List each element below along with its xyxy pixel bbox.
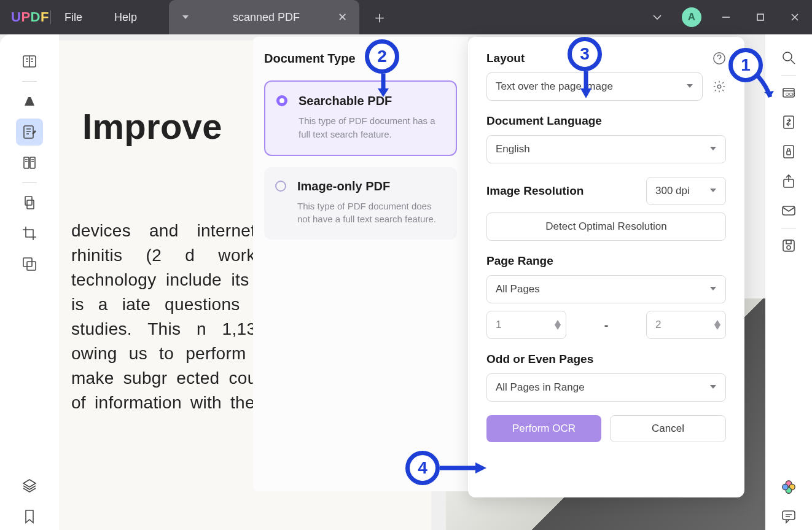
language-dropdown[interactable]: English xyxy=(486,135,726,163)
titlebar: UPDF File Help scanned PDF ✕ ＋ A xyxy=(0,0,812,34)
new-tab-button[interactable]: ＋ xyxy=(372,7,388,28)
layout-value: Text over the page image xyxy=(496,80,613,93)
document-type-heading: Document Type xyxy=(264,52,457,66)
svg-rect-5 xyxy=(25,197,32,205)
resolution-dropdown[interactable]: 300 dpi xyxy=(646,177,726,205)
ocr-document-type-panel: Document Type Searchable PDF This type o… xyxy=(253,37,468,491)
option-desc: This type of PDF document does not have … xyxy=(297,200,445,227)
svg-rect-16 xyxy=(783,206,795,215)
perform-ocr-button[interactable]: Perform OCR xyxy=(486,415,601,442)
annotation-3: 3 xyxy=(568,37,602,71)
svg-marker-30 xyxy=(475,462,486,473)
svg-marker-28 xyxy=(378,88,389,97)
bookmark-icon[interactable] xyxy=(16,503,43,530)
ai-assistant-icon[interactable] xyxy=(775,473,802,501)
convert-icon[interactable] xyxy=(775,109,802,136)
svg-point-23 xyxy=(783,484,788,489)
resolution-label: Image Resolution xyxy=(486,184,636,198)
option-image-only-pdf[interactable]: Image-only PDF This type of PDF document… xyxy=(264,167,457,240)
layout-dropdown[interactable]: Text over the page image xyxy=(486,72,703,101)
odd-even-dropdown[interactable]: All Pages in Range xyxy=(486,373,726,402)
resolution-value: 300 dpi xyxy=(655,185,690,197)
tab-title: scanned PDF xyxy=(212,11,321,24)
avatar[interactable]: A xyxy=(682,7,701,27)
annotation-1: 1 xyxy=(728,48,763,82)
crop-tool-icon[interactable] xyxy=(16,220,43,247)
svg-point-19 xyxy=(787,246,791,249)
option-searchable-pdf[interactable]: Searchable PDF This type of PDF document… xyxy=(264,80,457,156)
chevron-down-icon xyxy=(709,283,717,295)
chevron-down-icon xyxy=(709,185,717,197)
reader-tool-icon[interactable] xyxy=(16,48,43,75)
language-value: English xyxy=(496,143,530,155)
annotation-arrow xyxy=(376,72,391,99)
radio-icon xyxy=(276,95,287,106)
page-range-value: All Pages xyxy=(496,283,540,295)
tab-close-icon[interactable]: ✕ xyxy=(338,10,347,24)
share-icon[interactable] xyxy=(775,168,802,195)
page-range-label: Page Range xyxy=(486,254,726,268)
menu-file[interactable]: File xyxy=(64,11,82,24)
page-tool-icon[interactable] xyxy=(16,149,43,176)
svg-rect-8 xyxy=(27,262,36,270)
chevron-down-icon xyxy=(709,381,717,394)
gear-icon[interactable] xyxy=(712,80,726,93)
svg-rect-3 xyxy=(24,157,29,168)
svg-marker-29 xyxy=(580,88,591,98)
comment-icon[interactable] xyxy=(775,503,802,530)
option-title: Searchable PDF xyxy=(299,94,443,108)
annotation-arrow xyxy=(439,461,488,475)
document-tab[interactable]: scanned PDF ✕ xyxy=(169,0,359,34)
page-to-input[interactable]: 2 xyxy=(646,311,726,339)
dropdown-window-icon[interactable] xyxy=(640,0,674,34)
organize-tool-icon[interactable] xyxy=(16,189,43,216)
separator xyxy=(50,10,51,24)
page-from-input[interactable]: 1 xyxy=(486,311,566,339)
left-toolbar xyxy=(0,34,59,530)
layout-label: Layout xyxy=(486,52,525,65)
detect-resolution-button[interactable]: Detect Optimal Resolution xyxy=(486,212,726,241)
svg-rect-4 xyxy=(30,157,35,168)
highlighter-tool-icon[interactable] xyxy=(16,88,43,115)
ocr-settings-panel: Layout Text over the page image Document… xyxy=(468,37,744,497)
menu-help[interactable]: Help xyxy=(114,11,137,24)
minimize-button[interactable] xyxy=(709,0,743,34)
maximize-button[interactable] xyxy=(743,0,778,34)
help-icon[interactable] xyxy=(712,52,726,65)
chevron-down-icon xyxy=(686,80,693,93)
svg-rect-7 xyxy=(23,258,32,267)
annotation-2: 2 xyxy=(365,39,399,74)
right-toolbar: OCR xyxy=(765,34,812,530)
cancel-button[interactable]: Cancel xyxy=(610,415,726,442)
ocr-tool-icon[interactable]: OCR xyxy=(775,79,802,106)
odd-even-label: Odd or Even Pages xyxy=(486,353,726,366)
svg-rect-6 xyxy=(27,200,34,209)
email-icon[interactable] xyxy=(775,197,802,224)
annotation-4: 4 xyxy=(405,451,440,485)
search-icon[interactable] xyxy=(775,44,802,71)
layers-icon[interactable] xyxy=(16,472,43,499)
app-logo: UPDF xyxy=(0,9,37,25)
svg-rect-24 xyxy=(783,511,795,520)
annotation-arrow xyxy=(579,70,593,101)
chevron-down-icon xyxy=(709,143,717,155)
save-icon[interactable] xyxy=(775,232,802,259)
option-title: Image-only PDF xyxy=(297,179,445,193)
range-dash: - xyxy=(566,318,646,332)
tab-dropdown-icon[interactable] xyxy=(181,13,190,21)
page-range-dropdown[interactable]: All Pages xyxy=(486,275,726,303)
svg-rect-2 xyxy=(24,126,33,138)
odd-even-value: All Pages in Range xyxy=(496,381,585,394)
svg-rect-18 xyxy=(786,240,791,244)
radio-icon xyxy=(275,181,286,192)
close-button[interactable] xyxy=(778,0,812,34)
svg-point-9 xyxy=(783,52,792,61)
svg-point-26 xyxy=(717,85,721,88)
option-desc: This type of PDF document has a full tex… xyxy=(299,114,443,141)
protect-icon[interactable] xyxy=(775,138,802,165)
compare-tool-icon[interactable] xyxy=(16,251,43,278)
edit-tool-icon[interactable] xyxy=(16,119,43,146)
language-label: Document Language xyxy=(486,114,726,128)
svg-rect-14 xyxy=(787,151,791,155)
svg-rect-13 xyxy=(784,146,794,158)
